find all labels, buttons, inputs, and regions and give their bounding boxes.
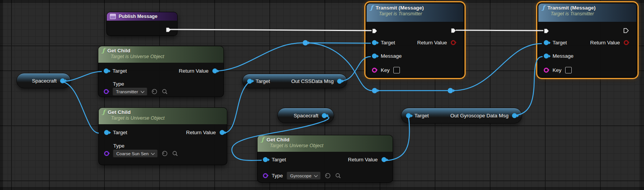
target-pin[interactable] [263, 157, 268, 162]
type-dropdown[interactable]: Transmitter [112, 88, 147, 96]
canvas-edge-shade [0, 0, 644, 3]
node-header: Publish Message [107, 12, 177, 21]
reroute-node[interactable] [303, 40, 310, 45]
message-icon [110, 14, 116, 19]
output-pin[interactable] [322, 113, 327, 118]
node-subtitle: Target is Transmitter [379, 11, 460, 16]
node-publish-message[interactable]: Publish Message [106, 12, 178, 36]
canvas-edge-shade [0, 187, 644, 190]
node-spacecraft-variable-1[interactable]: Spacecraft [16, 73, 71, 88]
node-header: ƒ Transmit (Message) Target is Transmitt… [538, 3, 636, 22]
wire-reroute3-to-transmit2-target[interactable] [453, 44, 542, 91]
wire-reroute1-to-transmit1-target[interactable] [308, 43, 371, 43]
message-pin-row: Message [372, 53, 402, 59]
node-title: Transmit (Message) [547, 5, 595, 11]
wire-exec-publish-to-transmit1[interactable] [168, 29, 372, 31]
key-pin[interactable] [372, 68, 377, 73]
exec-out-pin[interactable] [623, 28, 629, 34]
type-pin-row: Type Gyroscope [263, 172, 341, 180]
node-subtitle: Target is Universe Object [111, 54, 220, 59]
node-transmit-message-2[interactable]: ƒ Transmit (Message) Target is Transmitt… [538, 3, 637, 77]
pin-label: Target [381, 40, 395, 45]
wire-exec-transmit1-to-transmit2[interactable] [456, 30, 543, 31]
return-value-pin[interactable] [451, 40, 456, 45]
target-pin-row: Target [372, 40, 395, 45]
return-value-pin-row: Return Value [417, 40, 456, 45]
return-value-pin[interactable] [220, 130, 225, 135]
search-icon[interactable] [161, 88, 168, 95]
target-pin[interactable] [104, 130, 109, 135]
return-value-pin[interactable] [212, 68, 217, 73]
pin-label: Target [112, 68, 127, 74]
type-dropdown[interactable]: Gyroscope [287, 172, 321, 180]
reset-to-default-icon[interactable] [161, 150, 168, 157]
type-label: Type [272, 173, 283, 179]
pin-label: Return Value [590, 40, 620, 45]
blueprint-graph-canvas[interactable]: Publish Message ƒ Get Child Target is Un… [0, 0, 644, 190]
type-pin-row: Transmitter [104, 88, 168, 96]
target-pin[interactable] [247, 79, 252, 84]
reroute-node[interactable] [372, 88, 380, 93]
pin-label: Out Gyroscope Data Msg [450, 113, 509, 119]
pin-label: Target [553, 40, 567, 45]
key-pin[interactable] [544, 68, 549, 73]
node-title: Get Child [107, 48, 130, 54]
type-pin[interactable] [263, 173, 268, 178]
message-pin[interactable] [544, 54, 549, 58]
pin-label: Message [381, 53, 402, 59]
node-get-child-transmitter[interactable]: ƒ Get Child Target is Universe Object Ta… [98, 46, 224, 97]
type-dropdown-value: Coarse Sun Sen [116, 151, 148, 156]
type-pin[interactable] [104, 151, 109, 156]
type-dropdown[interactable]: Coarse Sun Sen [113, 149, 158, 158]
node-spacecraft-variable-2[interactable]: Spacecraft [277, 108, 334, 123]
type-pin[interactable] [104, 89, 109, 94]
canvas-edge-shade [639, 0, 644, 190]
reroute-node[interactable] [448, 88, 455, 93]
node-get-child-css[interactable]: ƒ Get Child Target is Universe Object Ta… [98, 107, 227, 165]
node-out-cssdata-msg[interactable]: Target Out CSSData Msg [242, 74, 347, 88]
exec-out-pin[interactable] [165, 27, 171, 33]
node-header: ƒ Get Child Target is Universe Object [258, 135, 393, 152]
pin-label: Target [113, 130, 127, 135]
pin-label: Return Value [179, 68, 209, 74]
return-value-pin[interactable] [382, 157, 386, 162]
exec-out-pin[interactable] [450, 28, 457, 34]
message-pin-row: Message [544, 53, 574, 59]
chevron-down-icon [314, 173, 318, 177]
pin-label: Key [381, 67, 390, 73]
reset-to-default-icon[interactable] [151, 88, 158, 95]
target-pin[interactable] [544, 40, 549, 45]
return-value-pin-row: Return Value [348, 157, 386, 162]
chevron-down-icon [140, 89, 144, 93]
exec-in-pin[interactable] [543, 28, 549, 34]
pin-label: Target [272, 157, 286, 162]
function-icon: ƒ [261, 137, 264, 143]
key-value-field[interactable] [565, 67, 572, 73]
output-pin[interactable] [60, 78, 65, 83]
variable-label: Spacecraft [293, 113, 318, 119]
function-icon: ƒ [102, 48, 104, 54]
node-out-gyroscope-data-msg[interactable]: Target Out Gyroscope Data Msg [401, 108, 522, 123]
key-pin-row: Key [372, 67, 400, 73]
target-pin-row: Target [263, 157, 286, 162]
search-icon[interactable] [172, 150, 178, 157]
wire-getchild1-return-to-reroute1[interactable] [214, 43, 303, 71]
target-pin[interactable] [104, 68, 109, 73]
wire-spacecraft1-to-getchild2-target[interactable] [60, 81, 99, 133]
output-pin[interactable] [512, 113, 517, 118]
pin-label: Message [553, 53, 574, 59]
key-value-field[interactable] [393, 67, 400, 73]
exec-in-pin[interactable] [372, 28, 378, 34]
type-dropdown-value: Transmitter [116, 89, 138, 94]
target-pin[interactable] [406, 113, 411, 118]
message-pin[interactable] [372, 54, 377, 58]
node-get-child-gyroscope[interactable]: ƒ Get Child Target is Universe Object Ta… [257, 135, 393, 183]
node-transmit-message-1[interactable]: ƒ Transmit (Message) Target is Transmitt… [366, 3, 464, 77]
search-icon[interactable] [335, 172, 341, 179]
target-pin[interactable] [372, 40, 377, 45]
return-value-pin[interactable] [624, 40, 629, 45]
pin-label: Key [553, 67, 561, 73]
output-pin[interactable] [337, 79, 342, 84]
reset-to-default-icon[interactable] [324, 172, 331, 179]
function-icon: ƒ [542, 5, 545, 11]
